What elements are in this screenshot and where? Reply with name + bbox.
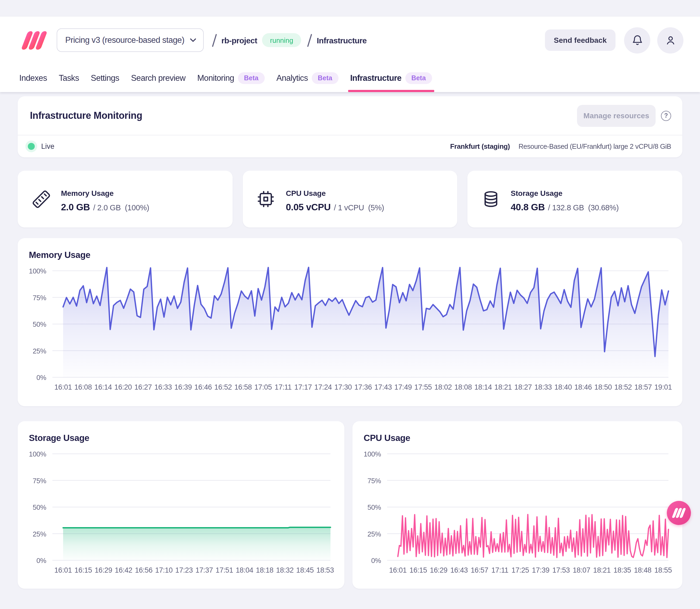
y-axis-tick-label: 50%: [33, 320, 46, 328]
x-axis-tick-label: 17:05: [254, 383, 272, 391]
stat-detail: / 2.0 GB (100%): [93, 203, 149, 212]
x-axis-tick-label: 16:56: [135, 566, 153, 574]
y-axis-tick-label: 75%: [33, 294, 46, 302]
y-axis-tick-label: 0%: [36, 557, 46, 564]
x-axis-tick-label: 16:01: [389, 566, 407, 574]
cpu-icon: [257, 190, 275, 208]
x-axis-tick-label: 17:43: [374, 383, 392, 391]
project-selector-dropdown[interactable]: Pricing v3 (resource-based stage): [57, 28, 204, 52]
y-axis-tick-label: 25%: [33, 530, 46, 538]
page-top-margin: [0, 0, 700, 17]
x-axis-tick-label: 17:36: [354, 383, 372, 391]
tab-label: Indexes: [19, 73, 47, 83]
storage-icon: [482, 190, 500, 208]
x-axis-tick-label: 16:29: [430, 566, 448, 574]
x-axis-tick-label: 18:46: [574, 383, 592, 391]
x-axis-tick-label: 18:32: [276, 566, 293, 574]
tab-tasks[interactable]: Tasks: [59, 64, 79, 92]
x-axis-tick-label: 18:27: [515, 383, 532, 391]
x-axis-tick-label: 17:53: [552, 566, 570, 574]
x-axis-tick-label: 18:45: [296, 566, 314, 574]
meilisearch-logo: [21, 30, 48, 50]
breadcrumb-section[interactable]: Infrastructure: [317, 36, 367, 45]
tab-analytics[interactable]: AnalyticsBeta: [276, 64, 339, 92]
x-axis-tick-label: 18:33: [534, 383, 552, 391]
x-axis-tick-label: 18:14: [474, 383, 492, 391]
y-axis-tick-label: 100%: [29, 267, 46, 275]
y-axis-tick-label: 0%: [371, 557, 381, 564]
tab-label: Infrastructure: [350, 73, 401, 83]
question-mark-icon[interactable]: ?: [661, 110, 671, 121]
breadcrumb-separator-icon: [306, 33, 312, 47]
meilisearch-assistant-button[interactable]: [667, 501, 691, 525]
tab-label: Settings: [91, 73, 119, 83]
breadcrumb: rb-project running Infrastructure: [211, 33, 366, 47]
x-axis-tick-label: 17:55: [414, 383, 432, 391]
breadcrumb-separator-icon: [211, 33, 217, 47]
x-axis-tick-label: 16:43: [450, 566, 468, 574]
send-feedback-button[interactable]: Send feedback: [545, 30, 615, 51]
x-axis-tick-label: 16:27: [134, 383, 152, 391]
stat-value: 0.05 vCPU: [286, 202, 331, 213]
plan-label: Resource-Based (EU/Frankfurt) large 2 vC…: [518, 142, 671, 150]
chart-title: Storage Usage: [29, 433, 89, 443]
chevron-down-icon: [189, 36, 197, 45]
x-axis-tick-label: 16:01: [54, 383, 72, 391]
x-axis-tick-label: 16:29: [95, 566, 112, 574]
meilisearch-logo-icon: [672, 508, 686, 518]
x-axis-tick-label: 16:46: [194, 383, 212, 391]
storage-usage-chart: 100%75%50%25%0%16:0116:1516:2916:4216:56…: [18, 421, 344, 589]
beta-badge: Beta: [405, 72, 432, 84]
x-axis-tick-label: 16:58: [234, 383, 252, 391]
x-axis-tick-label: 18:53: [316, 566, 334, 574]
x-axis-tick-label: 18:04: [236, 566, 253, 574]
breadcrumb-project[interactable]: rb-project: [221, 36, 257, 45]
x-axis-tick-label: 18:48: [634, 566, 652, 574]
stat-card-memory-usage: Memory Usage2.0 GB/ 2.0 GB (100%): [18, 171, 232, 227]
manage-resources-button[interactable]: Manage resources: [577, 105, 656, 126]
cpu-usage-chart: 100%75%50%25%0%16:0116:1516:2916:4316:57…: [353, 421, 682, 589]
chart-title: CPU Usage: [364, 433, 410, 443]
tab-indexes[interactable]: Indexes: [19, 64, 47, 92]
stat-detail: / 132.8 GB (30.68%): [548, 203, 619, 212]
stat-label: CPU Usage: [286, 189, 384, 197]
memory-usage-chart: 100%75%50%25%0%16:0116:0816:1416:2016:27…: [18, 238, 682, 406]
tab-label: Search preview: [131, 73, 185, 83]
x-axis-tick-label: 16:52: [214, 383, 232, 391]
x-axis-tick-label: 19:01: [654, 383, 672, 391]
stat-label: Memory Usage: [61, 189, 149, 197]
x-axis-tick-label: 16:14: [94, 383, 112, 391]
live-status-label: Live: [41, 142, 55, 150]
cpu-usage-chart-card: CPU Usage 100%75%50%25%0%16:0116:1516:29…: [353, 421, 682, 589]
y-axis-tick-label: 0%: [36, 373, 46, 382]
x-axis-tick-label: 18:02: [434, 383, 452, 391]
x-axis-tick-label: 18:52: [614, 383, 632, 391]
tab-infrastructure[interactable]: InfrastructureBeta: [350, 64, 432, 92]
x-axis-tick-label: 17:37: [195, 566, 213, 574]
x-axis-tick-label: 18:50: [594, 383, 612, 391]
account-button[interactable]: [657, 27, 683, 53]
notifications-button[interactable]: [624, 27, 650, 53]
tab-label: Monitoring: [197, 73, 234, 83]
series-line: [398, 515, 668, 558]
x-axis-tick-label: 17:11: [491, 566, 508, 574]
x-axis-tick-label: 17:23: [175, 566, 193, 574]
x-axis-tick-label: 17:30: [334, 383, 352, 391]
beta-badge: Beta: [238, 72, 265, 84]
y-axis-tick-label: 75%: [33, 477, 46, 485]
x-axis-tick-label: 16:42: [115, 566, 132, 574]
x-axis-tick-label: 16:01: [54, 566, 72, 574]
tab-monitoring[interactable]: MonitoringBeta: [197, 64, 265, 92]
tab-settings[interactable]: Settings: [91, 64, 119, 92]
tab-search-preview[interactable]: Search preview: [131, 64, 185, 92]
x-axis-tick-label: 17:25: [511, 566, 529, 574]
x-axis-tick-label: 18:18: [256, 566, 273, 574]
beta-badge: Beta: [311, 72, 338, 84]
y-axis-tick-label: 100%: [29, 450, 46, 458]
stats-row: Memory Usage2.0 GB/ 2.0 GB (100%)CPU Usa…: [18, 171, 682, 227]
y-axis-tick-label: 75%: [367, 477, 381, 485]
x-axis-tick-label: 18:57: [634, 383, 652, 391]
storage-usage-chart-card: Storage Usage 100%75%50%25%0%16:0116:151…: [18, 421, 344, 589]
y-axis-tick-label: 25%: [367, 530, 381, 538]
x-axis-tick-label: 16:20: [114, 383, 132, 391]
